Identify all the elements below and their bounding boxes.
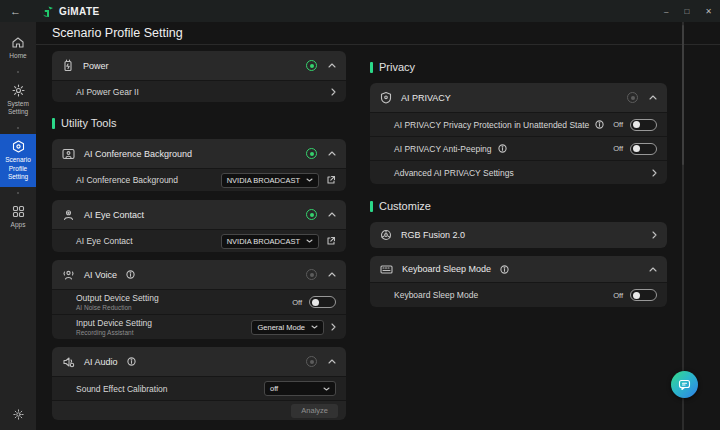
rgb-fusion-icon [380,229,392,241]
chevron-right-icon[interactable] [331,323,336,331]
conference-app-dropdown[interactable]: NVIDIA BROADCAST [221,173,319,188]
output-device-row: Output Device Setting AI Noise Reduction… [52,289,346,314]
toggle-state-label: Off [613,291,623,300]
section-label: Customize [379,200,431,212]
keyboard-sleep-card-header[interactable]: Keyboard Sleep Mode [370,256,667,282]
rgb-fusion-row[interactable]: RGB Fusion 2.0 [370,222,667,248]
info-icon[interactable] [595,120,604,129]
back-button[interactable]: ← [10,5,28,17]
close-button[interactable]: ✕ [705,7,712,16]
chevron-up-icon[interactable] [328,151,336,156]
chevron-up-icon[interactable] [649,267,657,272]
row-label: AI Power Gear II [76,87,139,97]
power-card: Power AI Power Gear II [52,51,346,102]
gimate-logo-icon [41,5,54,18]
sidebar-item-apps[interactable]: Apps [0,199,36,235]
ai-eye-contact-card: AI Eye Contact AI Eye Contact [52,200,346,252]
app-name: GiMATE [59,6,100,17]
analyze-button[interactable]: Analyze [291,404,338,418]
status-badge-on [306,148,317,159]
privacy-protection-toggle[interactable] [630,119,657,131]
card-title: AI Audio [84,357,118,367]
noise-reduction-toggle[interactable] [309,296,336,308]
chat-assistant-button[interactable] [671,371,698,398]
row-label: Sound Effect Calibration [76,384,168,394]
ai-conference-background-card: AI Conference Background AI Conference B… [52,139,346,191]
ai-privacy-card-header[interactable]: AI PRIVACY [370,83,667,112]
row-label: AI Eye Contact [76,236,133,246]
chevron-down-icon [323,387,330,391]
chevron-up-icon[interactable] [328,359,336,364]
external-link-icon[interactable] [326,175,336,185]
settings-gear-button[interactable] [13,409,24,420]
row-label: AI PRIVACY Privacy Protection in Unatten… [394,120,589,130]
toggle-state-label: Off [613,120,623,129]
rgb-fusion-card: RGB Fusion 2.0 [370,222,667,248]
sidebar-separator-dot [17,71,19,73]
row-label: AI Conference Background [76,175,178,185]
page-title: Scenario Profile Setting [52,26,183,40]
sidebar-item-system-setting[interactable]: System Setting [0,78,36,122]
ai-privacy-card: AI PRIVACY AI PRIVACY Privacy Protection… [370,83,667,184]
keyboard-icon [380,264,393,274]
chevron-down-icon [311,325,318,329]
power-card-header[interactable]: Power [52,51,346,80]
maximize-button[interactable]: □ [684,7,689,16]
eye-contact-app-dropdown[interactable]: NVIDIA BROADCAST [221,234,319,249]
ai-audio-card-header[interactable]: AI Audio [52,347,346,376]
section-label: Utility Tools [61,117,116,129]
main-panel: Scenario Profile Setting Power [36,22,720,430]
eye-contact-icon [62,209,75,221]
ai-eye-contact-row: AI Eye Contact NVIDIA BROADCAST [52,229,346,252]
section-customize: Customize [370,200,667,212]
external-link-icon[interactable] [326,236,336,246]
ai-conference-row: AI Conference Background NVIDIA BROADCAS… [52,168,346,191]
row-label: Output Device Setting [76,293,159,303]
keyboard-sleep-toggle[interactable] [630,289,657,301]
sound-effect-calibration-row: Sound Effect Calibration off [52,376,346,400]
calibration-dropdown[interactable]: off [264,381,336,396]
chevron-up-icon[interactable] [328,212,336,217]
sidebar-separator-dot [17,192,19,194]
ai-eye-contact-card-header[interactable]: AI Eye Contact [52,200,346,229]
gear-icon [12,84,25,97]
advanced-privacy-settings-row[interactable]: Advanced AI PRIVACY Settings [370,160,667,184]
chat-bubble-icon [678,379,691,391]
info-icon[interactable] [498,144,507,153]
anti-peeping-toggle[interactable] [630,143,657,155]
sidebar-item-home[interactable]: Home [0,30,36,66]
scenario-profile-icon [12,140,25,153]
input-device-row: Input Device Setting Recording Assistant… [52,314,346,339]
ai-power-gear-row[interactable]: AI Power Gear II [52,80,346,102]
chevron-up-icon[interactable] [649,95,657,100]
card-title: AI Voice [84,270,117,280]
scrollbar-thumb[interactable] [682,25,684,165]
vertical-scrollbar[interactable] [682,22,684,430]
status-badge-off [306,356,317,367]
card-title: AI Conference Background [84,149,192,159]
chevron-up-icon[interactable] [328,272,336,277]
anti-peeping-row: AI PRIVACY Anti-Peeping Off [370,136,667,160]
info-icon[interactable] [127,357,136,366]
info-icon[interactable] [500,265,509,274]
ai-conference-card-header[interactable]: AI Conference Background [52,139,346,168]
chevron-up-icon[interactable] [328,63,336,68]
card-title: AI PRIVACY [401,93,451,103]
chevron-right-icon [331,88,336,96]
app-window: ← GiMATE – □ ✕ Home [0,0,720,430]
card-title: Keyboard Sleep Mode [402,264,491,274]
recording-mode-dropdown[interactable]: General Mode [251,320,324,335]
info-icon[interactable] [126,270,135,279]
sidebar-item-label: System Setting [1,100,35,116]
apps-grid-icon [12,205,25,218]
ai-voice-card-header[interactable]: AI Voice [52,260,346,289]
privacy-shield-icon [380,91,392,104]
sidebar-item-scenario-profile-setting[interactable]: Scenario Profile Setting [0,134,36,186]
audio-icon [62,356,75,368]
minimize-button[interactable]: – [664,7,668,16]
voice-icon [62,269,75,281]
section-accent-bar [52,118,55,129]
page-header: Scenario Profile Setting [36,22,720,45]
section-accent-bar [370,201,373,212]
section-accent-bar [370,62,373,73]
